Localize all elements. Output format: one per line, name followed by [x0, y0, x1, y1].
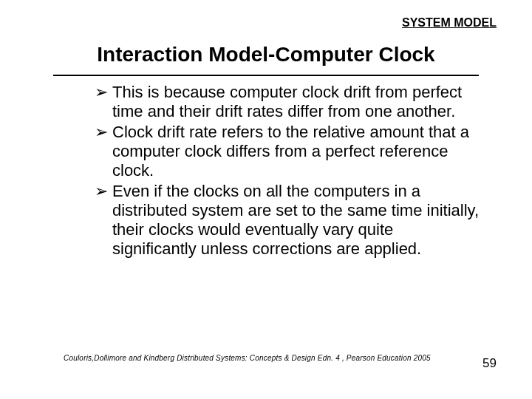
- bullet-marker-icon: ➢: [95, 182, 108, 201]
- footer-citation: Couloris,Dollimore and Kindberg Distribu…: [64, 354, 431, 362]
- bullet-list: ➢ This is because computer clock drift f…: [95, 83, 479, 260]
- bullet-text: Clock drift rate refers to the relative …: [112, 123, 469, 180]
- list-item: ➢ This is because computer clock drift f…: [95, 83, 479, 121]
- bullet-marker-icon: ➢: [95, 83, 108, 102]
- header-label: SYSTEM MODEL: [402, 16, 497, 30]
- bullet-text: Even if the clocks on all the computers …: [112, 182, 479, 258]
- list-item: ➢ Clock drift rate refers to the relativ…: [95, 123, 479, 180]
- bullet-marker-icon: ➢: [95, 123, 108, 142]
- list-item: ➢ Even if the clocks on all the computer…: [95, 182, 479, 259]
- slide-title: Interaction Model-Computer Clock: [0, 43, 532, 66]
- bullet-text: This is because computer clock drift fro…: [112, 83, 462, 120]
- page-number: 59: [482, 356, 497, 371]
- title-rule: [53, 75, 479, 76]
